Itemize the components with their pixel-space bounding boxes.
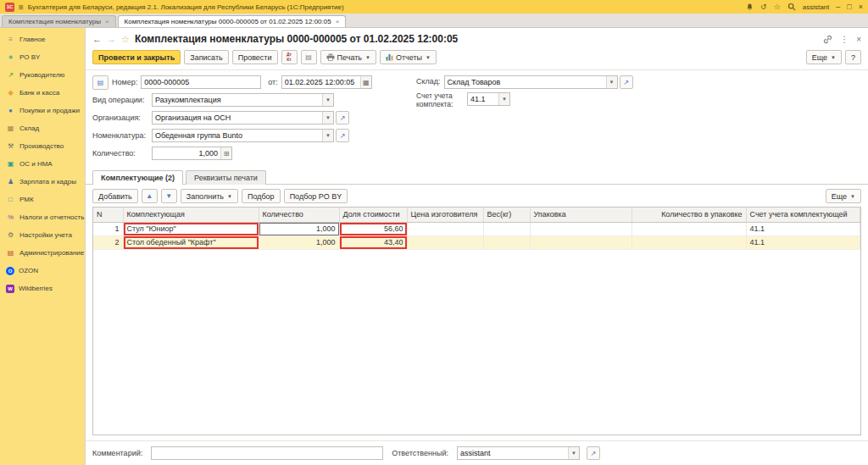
tab-rekvizity-pechati[interactable]: Реквизиты печати bbox=[186, 170, 266, 185]
sidebar-item-sklad[interactable]: ▦ Склад bbox=[0, 119, 85, 137]
open-organization-icon[interactable]: ↗ bbox=[336, 111, 349, 125]
close-window-button[interactable]: × bbox=[859, 3, 863, 11]
col-qty-per-pack[interactable]: Количество в упаковке bbox=[632, 208, 746, 222]
pick-roby-button[interactable]: Подбор PO BY bbox=[284, 189, 348, 203]
col-weight[interactable]: Вес(кг) bbox=[483, 208, 530, 222]
cell-quantity[interactable]: 1,000 bbox=[259, 235, 339, 249]
more-button[interactable]: Еще ▼ bbox=[806, 50, 842, 64]
reports-menu-button[interactable]: Отчеты ▼ bbox=[380, 50, 437, 64]
cell-qty-per-pack[interactable] bbox=[632, 235, 746, 249]
history-icon[interactable]: ↺ bbox=[760, 3, 767, 11]
open-warehouse-icon[interactable]: ↗ bbox=[620, 75, 633, 89]
cell-packing[interactable] bbox=[530, 235, 632, 249]
nomenclature-input[interactable] bbox=[153, 130, 322, 141]
chevron-down-icon[interactable]: ▼ bbox=[606, 76, 617, 88]
window-tab-komplektaciya-list[interactable]: Комплектация номенклатуры × bbox=[2, 15, 116, 27]
number-input[interactable] bbox=[142, 76, 260, 88]
add-row-button[interactable]: Добавить bbox=[92, 189, 138, 203]
post-button[interactable]: Провести bbox=[232, 50, 278, 64]
close-form-icon[interactable]: × bbox=[856, 35, 861, 44]
cell-weight[interactable] bbox=[483, 235, 530, 249]
responsible-input[interactable] bbox=[458, 447, 568, 459]
chevron-down-icon[interactable]: ▼ bbox=[498, 93, 509, 105]
comment-input[interactable] bbox=[152, 447, 382, 459]
tab-close-icon[interactable]: × bbox=[336, 18, 340, 25]
col-component[interactable]: Комплектующая bbox=[123, 208, 259, 222]
move-row-down-button[interactable]: ▼ bbox=[161, 189, 177, 203]
main-menu-icon[interactable]: ≡ bbox=[19, 3, 24, 12]
cell-account[interactable]: 41.1 bbox=[746, 235, 860, 249]
help-button[interactable]: ? bbox=[845, 50, 861, 64]
sidebar-item-nastroyki-ucheta[interactable]: ⚙ Настройки учета bbox=[0, 226, 85, 244]
sidebar-item-ro-by[interactable]: ∗ PO BY bbox=[0, 48, 85, 66]
sidebar-item-wildberries[interactable]: W Wildberries bbox=[0, 280, 85, 297]
tab-komplektuyushchie[interactable]: Комплектующие (2) bbox=[92, 170, 183, 185]
sidebar-item-administrirovanie[interactable]: ▤ Администрирование bbox=[0, 244, 85, 262]
form-settings-button[interactable]: ▤ bbox=[92, 75, 108, 90]
current-user[interactable]: assistant bbox=[803, 3, 830, 11]
restore-button[interactable]: □ bbox=[847, 3, 851, 11]
cell-cost-share[interactable]: 56,60 bbox=[339, 222, 407, 235]
chevron-down-icon[interactable]: ▼ bbox=[568, 447, 579, 459]
pick-button[interactable]: Подбор bbox=[242, 189, 281, 203]
tab-close-icon[interactable]: × bbox=[105, 18, 109, 25]
calendar-icon[interactable]: ▦ bbox=[360, 76, 371, 88]
cell-quantity[interactable]: 1,000 bbox=[259, 222, 339, 235]
col-cost-share[interactable]: Доля стоимости bbox=[339, 208, 407, 222]
print-menu-button[interactable]: Печать ▼ bbox=[320, 50, 376, 64]
show-postings-button[interactable]: Дт Кт bbox=[281, 50, 298, 64]
write-button[interactable]: Записать bbox=[184, 50, 228, 64]
fill-menu-button[interactable]: Заполнить ▼ bbox=[181, 189, 238, 203]
calculator-icon[interactable]: ⊞ bbox=[220, 147, 231, 159]
notifications-bell-icon[interactable] bbox=[746, 3, 754, 11]
col-quantity[interactable]: Количество bbox=[259, 208, 339, 222]
sidebar-item-glavnoe[interactable]: ≡ Главное bbox=[0, 30, 85, 48]
cell-n[interactable]: 1 bbox=[93, 222, 123, 235]
search-icon[interactable] bbox=[787, 3, 796, 11]
get-link-icon[interactable] bbox=[823, 35, 832, 44]
sidebar-item-rmk[interactable]: □ РМК bbox=[0, 191, 85, 208]
table-row[interactable]: 2 Стол обеденный "Крафт" 1,000 43,40 41.… bbox=[93, 235, 860, 249]
col-packing[interactable]: Упаковка bbox=[530, 208, 632, 222]
col-n[interactable]: N bbox=[93, 208, 123, 222]
cell-component[interactable]: Стол обеденный "Крафт" bbox=[123, 235, 259, 249]
sidebar-item-pokupki-prodazhi[interactable]: ● Покупки и продажи bbox=[0, 102, 85, 119]
organization-input[interactable] bbox=[153, 112, 322, 124]
quantity-input[interactable] bbox=[153, 147, 220, 159]
cell-cost-share[interactable]: 43,40 bbox=[339, 235, 407, 249]
cell-component[interactable]: Стул "Юниор" bbox=[123, 222, 259, 235]
chevron-down-icon[interactable]: ▼ bbox=[322, 130, 333, 141]
cell-account[interactable]: 41.1 bbox=[746, 222, 860, 235]
sidebar-item-nalogi-otchetnost[interactable]: % Налоги и отчетность bbox=[0, 208, 85, 226]
cell-manufacturer-price[interactable] bbox=[407, 222, 483, 235]
more-dots-icon[interactable]: ⋮ bbox=[840, 35, 849, 44]
minimize-button[interactable]: – bbox=[836, 3, 840, 11]
open-responsible-icon[interactable]: ↗ bbox=[587, 446, 600, 460]
kit-account-input[interactable] bbox=[468, 93, 498, 105]
col-account[interactable]: Счет учета комплектующей bbox=[746, 208, 860, 222]
post-and-close-button[interactable]: Провести и закрыть bbox=[92, 50, 181, 64]
warehouse-input[interactable] bbox=[445, 76, 606, 88]
open-nomenclature-icon[interactable]: ↗ bbox=[336, 129, 349, 142]
document-structure-button[interactable]: ▤ bbox=[301, 50, 317, 64]
sidebar-item-zarplata-kadry[interactable]: ♟ Зарплата и кадры bbox=[0, 173, 85, 191]
operation-input[interactable] bbox=[153, 94, 322, 106]
sidebar-item-ozon[interactable]: O OZON bbox=[0, 262, 85, 280]
favorite-star-icon[interactable]: ☆ bbox=[121, 34, 130, 45]
cell-qty-per-pack[interactable] bbox=[632, 222, 746, 235]
chevron-down-icon[interactable]: ▼ bbox=[322, 112, 333, 124]
grid-more-button[interactable]: Еще ▼ bbox=[826, 189, 861, 203]
cell-weight[interactable] bbox=[483, 222, 530, 235]
table-row[interactable]: 1 Стул "Юниор" 1,000 56,60 41.1 bbox=[93, 222, 860, 235]
cell-n[interactable]: 2 bbox=[93, 235, 123, 249]
sidebar-item-bank-i-kassa[interactable]: ◆ Банк и касса bbox=[0, 84, 85, 102]
cell-packing[interactable] bbox=[530, 222, 632, 235]
col-manufacturer-price[interactable]: Цена изготовителя bbox=[407, 208, 483, 222]
back-arrow-icon[interactable]: ← bbox=[92, 34, 102, 44]
sidebar-item-os-i-nma[interactable]: ▣ ОС и НМА bbox=[0, 155, 85, 173]
window-tab-komplektaciya-doc[interactable]: Комплектация номенклатуры 0000-000005 от… bbox=[118, 15, 347, 27]
move-row-up-button[interactable]: ▲ bbox=[142, 189, 158, 203]
cell-manufacturer-price[interactable] bbox=[407, 235, 483, 249]
sidebar-item-rukovoditelyu[interactable]: ↗ Руководителю bbox=[0, 66, 85, 84]
favorites-star-icon[interactable]: ☆ bbox=[774, 3, 781, 11]
